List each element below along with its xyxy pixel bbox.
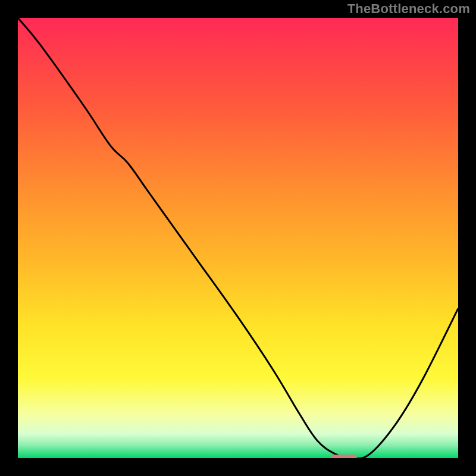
frame-left bbox=[0, 0, 18, 476]
chart-container: { "watermark": "TheBottleneck.com", "cha… bbox=[0, 0, 476, 476]
bottleneck-chart bbox=[0, 0, 476, 476]
frame-right bbox=[458, 0, 476, 476]
watermark-text: TheBottleneck.com bbox=[347, 1, 470, 17]
plot-background bbox=[18, 18, 458, 458]
frame-bottom bbox=[0, 458, 476, 476]
